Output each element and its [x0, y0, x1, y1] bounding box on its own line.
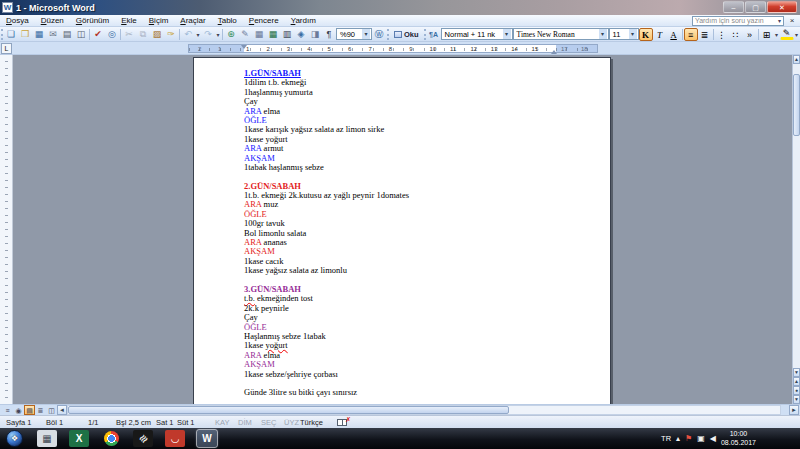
- vertical-scrollbar[interactable]: ▲ ▼ ▲ ● ▼: [792, 55, 800, 404]
- taskbar-clock[interactable]: 10:00 08.05.2017: [721, 430, 756, 447]
- insert-table-icon[interactable]: ▦: [252, 28, 266, 41]
- read-button[interactable]: Oku: [390, 28, 423, 41]
- close-button[interactable]: ✕: [767, 1, 797, 13]
- cut-icon[interactable]: ✂: [122, 28, 136, 41]
- view-print-layout-button[interactable]: ▤: [24, 405, 35, 415]
- justify-button[interactable]: ≣: [698, 28, 712, 41]
- columns-icon[interactable]: ▥: [280, 28, 294, 41]
- taskbar-chrome-icon[interactable]: [101, 430, 121, 447]
- indent-marker-left[interactable]: [241, 45, 247, 49]
- minimize-button[interactable]: –: [723, 1, 744, 13]
- taskbar-calculator-icon[interactable]: ▦: [37, 430, 57, 447]
- save-icon[interactable]: ▦: [32, 28, 46, 41]
- start-button[interactable]: ❖: [6, 430, 23, 447]
- bold-button[interactable]: K: [639, 28, 653, 41]
- network-icon[interactable]: ▣: [697, 434, 705, 443]
- horizontal-scroll-thumb[interactable]: [68, 406, 509, 414]
- taskbar-word-icon[interactable]: W: [197, 430, 217, 447]
- styles-and-formatting-icon[interactable]: ¶A: [427, 28, 441, 41]
- borders-dropdown-arrow-icon[interactable]: ▾: [774, 31, 780, 38]
- zoom-select[interactable]: %90 ▾: [336, 28, 372, 40]
- scroll-down-icon[interactable]: ▼: [793, 368, 800, 377]
- status-toggle-üyz[interactable]: ÜYZ: [284, 418, 299, 427]
- view-web-layout-button[interactable]: ◉: [13, 405, 24, 415]
- scroll-up-icon[interactable]: ▲: [793, 55, 800, 64]
- print-preview-icon[interactable]: ◫: [74, 28, 88, 41]
- tray-language-indicator[interactable]: TR: [661, 434, 671, 443]
- style-select[interactable]: Normal + 11 nk ▾: [441, 28, 513, 40]
- toolbar-grip[interactable]: [1, 29, 3, 40]
- vertical-scroll-thumb[interactable]: [793, 74, 800, 136]
- menu-tablo[interactable]: Tablo: [212, 16, 243, 25]
- menu-düzen[interactable]: Düzen: [35, 16, 70, 25]
- scroll-left-icon[interactable]: ◄: [57, 405, 67, 415]
- status-toggle-seç[interactable]: SEÇ: [261, 418, 276, 427]
- status-toggle-di̇m[interactable]: DİM: [238, 418, 252, 427]
- window-title: 1 - Microsoft Word: [16, 3, 95, 13]
- spelling-grammar-icon[interactable]: ✔: [91, 28, 105, 41]
- menu-araçlar[interactable]: Araçlar: [174, 16, 211, 25]
- toolbar-grip[interactable]: [387, 29, 389, 40]
- taskbar-feed-app-icon[interactable]: ≋: [133, 430, 153, 447]
- font-select[interactable]: Times New Roman ▾: [513, 28, 609, 40]
- research-icon[interactable]: ◎: [105, 28, 119, 41]
- redo-icon[interactable]: ↷: [201, 28, 215, 41]
- bullets-button[interactable]: ∷: [729, 28, 743, 41]
- underline-button[interactable]: A: [667, 28, 681, 41]
- menu-ekle[interactable]: Ekle: [115, 16, 143, 25]
- view-reading-button[interactable]: ◫: [46, 405, 57, 415]
- word-help-icon[interactable]: ⓦ: [372, 28, 386, 41]
- help-question-input[interactable]: Yardım için soru yazın ▾: [692, 16, 784, 26]
- menu-dosya[interactable]: Dosya: [0, 16, 35, 25]
- language-indicator[interactable]: Türkçe: [300, 418, 323, 427]
- next-page-icon[interactable]: ▼: [793, 395, 800, 404]
- menu-biçim[interactable]: Biçim: [143, 16, 175, 25]
- action-center-icon[interactable]: ⚑: [685, 434, 692, 443]
- numbering-button[interactable]: ⋮: [715, 28, 729, 41]
- menu-yardım[interactable]: Yardım: [285, 16, 322, 25]
- document-map-icon[interactable]: ◨: [308, 28, 322, 41]
- align-left-button[interactable]: ≡: [684, 28, 698, 41]
- highlight-button[interactable]: ✎: [780, 28, 794, 40]
- insert-excel-icon[interactable]: ▦: [266, 28, 280, 41]
- menu-pencere[interactable]: Pencere: [243, 16, 285, 25]
- format-painter-icon[interactable]: ✑: [164, 28, 178, 41]
- tab-stop-selector[interactable]: L: [1, 43, 12, 54]
- horizontal-scrollbar[interactable]: [67, 405, 781, 415]
- indent-marker-right[interactable]: [551, 50, 557, 54]
- show-hide-icon[interactable]: ¶: [322, 28, 336, 41]
- copy-icon[interactable]: ⧉: [136, 28, 150, 41]
- highlight-dropdown-arrow-icon[interactable]: ▾: [794, 31, 800, 38]
- increase-indent-button[interactable]: »: [743, 28, 757, 41]
- font-size-select[interactable]: 11 ▾: [609, 28, 639, 40]
- tables-and-borders-icon[interactable]: ✎: [238, 28, 252, 41]
- print-icon[interactable]: ▤: [60, 28, 74, 41]
- italic-button[interactable]: T: [653, 28, 667, 41]
- taskbar-office-app-icon[interactable]: ◡: [165, 430, 185, 447]
- view-normal-button[interactable]: ≡: [2, 405, 13, 415]
- document-page[interactable]: 1.GÜN/SABAH1dilim t.b. ekmeği1haşlanmış …: [193, 57, 611, 404]
- paste-icon[interactable]: ▨: [150, 28, 164, 41]
- view-outline-button[interactable]: ≣: [35, 405, 46, 415]
- hidden-icons-arrow-icon[interactable]: ▴: [676, 434, 680, 443]
- document-close-icon[interactable]: ×: [786, 16, 798, 25]
- email-icon[interactable]: ✉: [46, 28, 60, 41]
- insert-hyperlink-icon[interactable]: ⊛: [224, 28, 238, 41]
- volume-icon[interactable]: ◀: [710, 434, 716, 443]
- help-dropdown-arrow-icon[interactable]: ▾: [778, 17, 781, 25]
- previous-page-icon[interactable]: ▲: [793, 377, 800, 386]
- restore-button[interactable]: ▢: [745, 1, 766, 13]
- undo-icon[interactable]: ↶: [181, 28, 195, 41]
- redo-dropdown-arrow-icon[interactable]: ▾: [215, 31, 221, 38]
- status-toggle-kay[interactable]: KAY: [215, 418, 229, 427]
- open-icon[interactable]: ❒: [18, 28, 32, 41]
- menu-görünüm[interactable]: Görünüm: [70, 16, 115, 25]
- new-document-icon[interactable]: ❏: [4, 28, 18, 41]
- drawing-icon[interactable]: ◈: [294, 28, 308, 41]
- scroll-right-icon[interactable]: ►: [789, 405, 799, 415]
- borders-button[interactable]: ⊞: [760, 28, 774, 41]
- toolbar-grip[interactable]: [424, 29, 426, 40]
- taskbar-excel-icon[interactable]: X: [69, 430, 89, 447]
- spelling-status-icon[interactable]: ✗: [337, 418, 349, 427]
- select-browse-object-icon[interactable]: ●: [793, 386, 800, 395]
